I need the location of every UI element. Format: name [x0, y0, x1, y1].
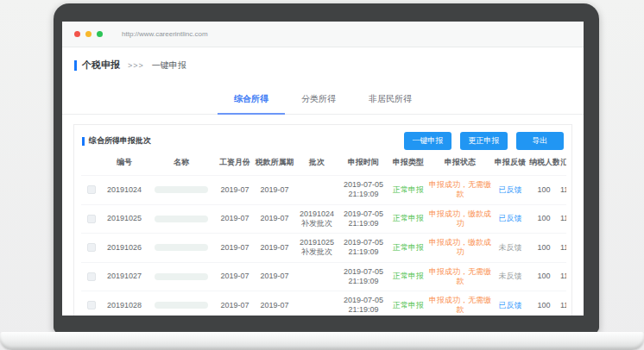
cell-declare-feedback: 已反馈 [492, 204, 528, 234]
column-header: 申报时间 [338, 151, 388, 176]
table-row[interactable]: 20191026 2019-07 2019-07 20191025 补发批次 2… [81, 234, 566, 263]
cell-declare-feedback: 已反馈 [492, 291, 528, 316]
cell-taxpayer-count: 100 [528, 291, 559, 316]
tab-label: 综合所得 [234, 94, 268, 103]
cell-batch-id: 20191026 [102, 234, 147, 263]
cell-batch-id: 20191027 [102, 262, 147, 291]
row-checkbox[interactable] [87, 215, 96, 223]
column-header [81, 151, 102, 176]
column-header: 编号 [102, 151, 147, 176]
action-button[interactable]: 一键申报 [404, 132, 451, 150]
table-row[interactable]: 20191024 2019-07 2019-07 2019-07-05 21:1… [81, 176, 566, 205]
window-close-icon[interactable] [74, 31, 80, 37]
cell-declare-feedback: 未反馈 [492, 262, 528, 291]
cell-clipped-column: 11 [559, 291, 566, 316]
cell-salary-month: 2019-07 [216, 262, 254, 291]
page-title: 个税申报 [82, 59, 120, 72]
button-label: 导出 [533, 136, 548, 145]
name-placeholder [155, 273, 208, 280]
browser-window: http://www.careerintlinc.com 个税申报 >>> 一键… [62, 22, 584, 316]
cell-declare-status: 申报成功，缴款成功 [428, 234, 492, 263]
column-header: 申报类型 [388, 151, 428, 176]
cell-salary-month: 2019-07 [216, 291, 254, 316]
cell-declare-time: 2019-07-05 21:19:09 [338, 204, 388, 234]
action-button[interactable]: 更正申报 [460, 132, 508, 150]
cell-declare-status: 申报成功，无需缴款 [428, 262, 492, 291]
cell-declare-type: 正常申报 [388, 291, 428, 316]
row-checkbox[interactable] [87, 272, 96, 281]
button-label: 更正申报 [469, 136, 500, 145]
name-placeholder [155, 244, 208, 251]
income-type-tabs: 综合所得分类所得非居民所得 [62, 86, 584, 115]
row-checkbox[interactable] [87, 185, 96, 194]
table-row[interactable]: 20191027 2019-07 2019-07 2019-07-05 21:1… [81, 262, 566, 291]
column-header: 纳税人数 [528, 151, 559, 176]
cell-salary-month: 2019-07 [216, 234, 254, 263]
cell-tax-period: 2019-07 [254, 291, 295, 316]
column-header: 申报状态 [428, 151, 492, 176]
table-row[interactable]: 20191028 2019-07 2019-07 2019-07-05 21:1… [81, 291, 566, 316]
cell-salary-month: 2019-07 [216, 204, 254, 234]
window-maximize-icon[interactable] [97, 31, 103, 37]
cell-declare-time: 2019-07-05 21:19:09 [338, 291, 388, 316]
cell-clipped-column: 11 [559, 234, 566, 263]
cell-batch [295, 176, 338, 205]
cell-clipped-column: 11 [559, 262, 566, 291]
column-header: 批次 [295, 151, 338, 176]
laptop-screen-bezel: http://www.careerintlinc.com 个税申报 >>> 一键… [54, 3, 599, 333]
name-placeholder [155, 216, 208, 222]
panel-accent-bar [82, 137, 85, 146]
tab[interactable]: 非居民所得 [352, 86, 428, 115]
batch-panel: 综合所得申报批次 一键申报更正申报导出 编号名称工资月份税款所属期批次申报时间申… [73, 124, 572, 316]
cell-tax-period: 2019-07 [254, 234, 295, 263]
cell-batch-id: 20191028 [102, 291, 147, 316]
cell-taxpayer-count: 100 [528, 176, 559, 205]
cell-tax-period: 2019-07 [254, 176, 295, 205]
cell-declare-time: 2019-07-05 21:19:09 [338, 262, 388, 291]
cell-declare-status: 申报成功，缴款成功 [428, 204, 492, 234]
tab[interactable]: 综合所得 [218, 86, 285, 115]
action-button[interactable]: 导出 [516, 132, 564, 150]
cell-declare-time: 2019-07-05 21:19:09 [338, 234, 388, 263]
panel-action-buttons: 一键申报更正申报导出 [404, 132, 564, 150]
cell-taxpayer-count: 100 [528, 204, 559, 234]
tab-label: 分类所得 [301, 94, 336, 103]
cell-declare-feedback: 已反馈 [492, 176, 528, 205]
cell-declare-status: 申报成功，无需缴款 [428, 176, 492, 205]
cell-declare-type: 正常申报 [388, 204, 428, 234]
cell-batch [295, 262, 338, 291]
cell-batch [295, 291, 338, 316]
column-header: 工资月份 [216, 151, 254, 176]
breadcrumb-separator: >>> [128, 61, 144, 70]
laptop-base [0, 332, 644, 350]
cell-batch: 20191025 补发批次 [295, 234, 338, 263]
name-placeholder [155, 186, 208, 193]
panel-title: 综合所得申报批次 [89, 135, 151, 147]
row-checkbox[interactable] [87, 243, 96, 252]
column-header: 申报反馈 [492, 151, 528, 176]
tab[interactable]: 分类所得 [285, 86, 352, 115]
row-checkbox[interactable] [87, 301, 96, 309]
cell-salary-month: 2019-07 [216, 176, 254, 205]
table-row[interactable]: 20191025 2019-07 2019-07 20191024 补发批次 2… [81, 204, 566, 234]
cell-batch-id: 20191025 [102, 204, 147, 234]
cell-declare-time: 2019-07-05 21:19:09 [338, 176, 388, 205]
cell-tax-period: 2019-07 [254, 262, 295, 291]
cell-tax-period: 2019-07 [254, 204, 295, 234]
button-label: 一键申报 [413, 136, 444, 145]
browser-toolbar: http://www.careerintlinc.com [62, 22, 584, 47]
cell-declare-feedback: 未反馈 [492, 234, 528, 263]
breadcrumb-current: 一键申报 [152, 59, 186, 72]
window-minimize-icon[interactable] [85, 31, 92, 37]
cell-declare-type: 正常申报 [388, 262, 428, 291]
column-header: 名称 [147, 151, 216, 176]
cell-declare-type: 正常申报 [388, 176, 428, 205]
cell-batch: 20191024 补发批次 [295, 204, 338, 234]
title-accent-bar [74, 60, 77, 71]
address-bar-url[interactable]: http://www.careerintlinc.com [122, 30, 208, 38]
cell-clipped-column: 11 [559, 176, 566, 205]
batch-table: 编号名称工资月份税款所属期批次申报时间申报类型申报状态申报反馈纳税人数汇 201… [81, 151, 566, 316]
breadcrumb: 个税申报 >>> 一键申报 [62, 47, 584, 79]
cell-declare-status: 申报成功，无需缴款 [428, 291, 492, 316]
column-header: 税款所属期 [254, 151, 295, 176]
